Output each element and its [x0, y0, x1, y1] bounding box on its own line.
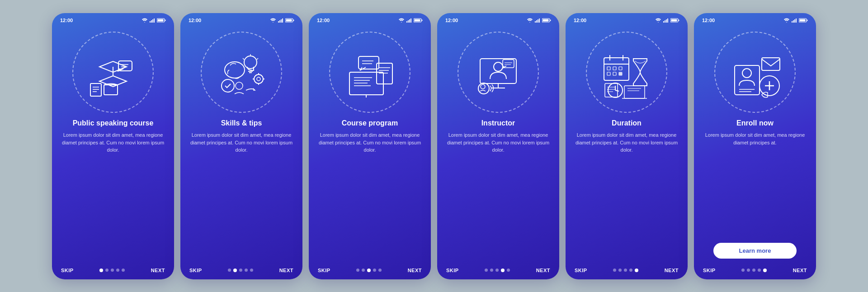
- svg-rect-88: [607, 72, 610, 75]
- phone-body-1: Lorem ipsum dolor sit dim amet, mea regi…: [61, 131, 165, 263]
- svg-rect-107: [796, 19, 797, 23]
- phone-content-3: Course program Lorem ipsum dolor sit dim…: [309, 119, 431, 263]
- bottom-nav-3: SKIP NEXT: [309, 263, 431, 279]
- status-time-4: 12:00: [445, 18, 458, 23]
- nav-dots-4: [485, 269, 510, 272]
- next-button-4[interactable]: NEXT: [536, 268, 550, 273]
- skip-button-6[interactable]: SKIP: [703, 268, 716, 273]
- dot-4-4: [507, 269, 510, 272]
- nav-dots-2: [228, 269, 253, 272]
- svg-rect-96: [624, 86, 645, 98]
- phone-title-4: Instructor: [446, 119, 550, 128]
- svg-point-29: [254, 74, 263, 83]
- dot-5-1: [618, 269, 622, 272]
- dot-6-3: [758, 269, 761, 272]
- phones-container: 12:00: [43, 4, 825, 288]
- svg-rect-7: [104, 85, 118, 95]
- phone-6: 12:00: [694, 13, 816, 279]
- svg-rect-0: [150, 21, 151, 23]
- dot-6-4: [763, 269, 767, 272]
- battery-icon-5: [670, 18, 679, 23]
- dot-3-0: [356, 269, 359, 272]
- dot-3-3: [373, 269, 376, 272]
- status-bar-4: 12:00: [437, 13, 559, 25]
- battery-icon-4: [542, 18, 551, 23]
- svg-rect-111: [762, 58, 780, 70]
- svg-rect-77: [667, 19, 668, 23]
- svg-rect-17: [281, 19, 282, 23]
- nav-dots-5: [613, 269, 638, 272]
- svg-rect-90: [619, 72, 622, 75]
- next-button-6[interactable]: NEXT: [793, 268, 807, 273]
- skip-button-1[interactable]: SKIP: [61, 268, 74, 273]
- svg-point-22: [225, 62, 245, 78]
- svg-point-35: [222, 79, 234, 92]
- learn-more-button[interactable]: Learn more: [713, 243, 797, 259]
- wifi-icon-4: [527, 18, 533, 23]
- dot-5-4: [635, 269, 638, 272]
- svg-rect-61: [539, 19, 540, 23]
- phone-title-1: Public speaking course: [61, 119, 165, 128]
- skip-button-3[interactable]: SKIP: [318, 268, 330, 273]
- svg-rect-38: [408, 20, 409, 23]
- svg-rect-86: [613, 67, 616, 70]
- skip-button-5[interactable]: SKIP: [575, 268, 587, 273]
- svg-rect-16: [279, 20, 280, 23]
- svg-rect-3: [154, 19, 155, 23]
- svg-rect-18: [282, 19, 283, 23]
- status-time-1: 12:00: [60, 18, 73, 23]
- wifi-icon-3: [398, 18, 405, 23]
- bottom-nav-2: SKIP NEXT: [180, 263, 302, 279]
- illustration-5: [584, 29, 670, 115]
- dot-5-3: [629, 269, 632, 272]
- dot-3-4: [378, 269, 382, 272]
- svg-rect-67: [503, 60, 514, 68]
- dot-4-1: [490, 269, 493, 272]
- illustration-3: [327, 29, 413, 115]
- skip-button-4[interactable]: SKIP: [446, 268, 459, 273]
- next-button-3[interactable]: NEXT: [408, 268, 422, 273]
- phone-title-6: Enroll now: [703, 119, 807, 128]
- svg-rect-75: [665, 20, 665, 23]
- svg-rect-63: [550, 19, 551, 21]
- illustration-2: [198, 29, 284, 115]
- svg-point-30: [257, 77, 260, 81]
- dot-1-4: [122, 269, 125, 272]
- svg-rect-110: [800, 19, 806, 21]
- status-icons-1: [142, 18, 166, 23]
- dot-4-0: [485, 269, 488, 272]
- svg-rect-55: [359, 56, 379, 69]
- signal-icon-6: [792, 18, 797, 23]
- battery-icon: [157, 18, 166, 23]
- nav-dots-6: [741, 269, 767, 272]
- illustration-1: [70, 29, 156, 115]
- nav-dots-1: [99, 269, 125, 272]
- battery-icon-3: [414, 18, 423, 23]
- dot-2-0: [228, 269, 231, 272]
- svg-line-27: [257, 58, 258, 60]
- bottom-nav-4: SKIP NEXT: [437, 263, 559, 279]
- svg-rect-106: [794, 19, 795, 23]
- status-bar-2: 12:00: [180, 13, 302, 25]
- status-bar-6: 12:00: [694, 13, 816, 25]
- next-button-1[interactable]: NEXT: [151, 268, 165, 273]
- next-button-2[interactable]: NEXT: [279, 268, 293, 273]
- dot-2-2: [239, 269, 242, 272]
- phone-title-2: Skills & tips: [189, 119, 293, 128]
- bottom-nav-1: SKIP NEXT: [52, 263, 174, 279]
- status-icons-2: [270, 18, 294, 23]
- dot-2-3: [245, 269, 248, 272]
- icon-group-5: [584, 29, 670, 115]
- status-icons-6: [783, 18, 808, 23]
- dot-6-2: [752, 269, 755, 272]
- next-button-5[interactable]: NEXT: [665, 268, 679, 273]
- status-time-5: 12:00: [574, 18, 586, 23]
- svg-rect-87: [619, 67, 622, 70]
- status-bar-3: 12:00: [309, 13, 431, 25]
- svg-rect-80: [671, 19, 677, 21]
- phone-title-3: Course program: [318, 119, 422, 128]
- illustration-4: [455, 29, 541, 115]
- dot-4-2: [495, 269, 499, 272]
- svg-point-23: [244, 56, 257, 69]
- skip-button-2[interactable]: SKIP: [189, 268, 202, 273]
